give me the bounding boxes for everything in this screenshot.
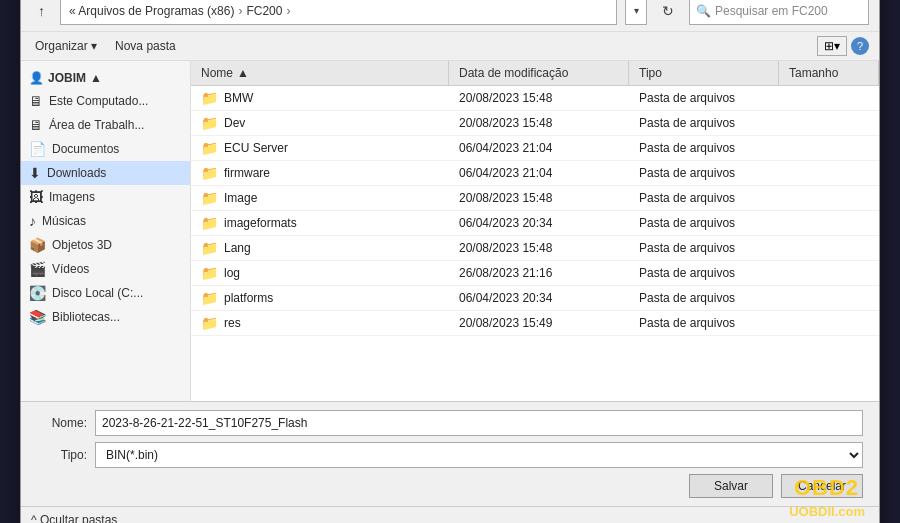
sidebar-section-label: JOBIM	[48, 71, 86, 85]
file-date-cell: 06/04/2023 20:34	[449, 286, 629, 310]
file-name-cell: 📁Image	[191, 186, 449, 210]
file-date-cell: 26/08/2023 21:16	[449, 261, 629, 285]
sidebar-item-musicas[interactable]: ♪ Músicas	[21, 209, 190, 233]
sidebar-section-jobim[interactable]: 👤 JOBIM ▲	[21, 67, 190, 89]
file-date-cell: 20/08/2023 15:48	[449, 86, 629, 110]
folder-icon: 📁	[201, 115, 218, 131]
breadcrumb-sep1: ›	[238, 4, 242, 18]
hide-folders-row[interactable]: ^ Ocultar pastas	[21, 506, 879, 524]
file-type-cell: Pasta de arquivos	[629, 261, 779, 285]
file-type-cell: Pasta de arquivos	[629, 86, 779, 110]
folder-icon: 📁	[201, 240, 218, 256]
file-size-cell	[779, 286, 879, 310]
sidebar-section-icon: 👤	[29, 71, 44, 85]
file-name-cell: 📁platforms	[191, 286, 449, 310]
sidebar-item-label: Disco Local (C:...	[52, 286, 143, 300]
sidebar-item-videos[interactable]: 🎬 Vídeos	[21, 257, 190, 281]
table-row[interactable]: 📁res 20/08/2023 15:49 Pasta de arquivos	[191, 311, 879, 336]
table-row[interactable]: 📁Image 20/08/2023 15:48 Pasta de arquivo…	[191, 186, 879, 211]
save-button[interactable]: Salvar	[689, 474, 773, 498]
file-size-cell	[779, 161, 879, 185]
breadcrumb-sep2: ›	[286, 4, 290, 18]
file-date-cell: 06/04/2023 21:04	[449, 161, 629, 185]
nome-input[interactable]	[95, 410, 863, 436]
sidebar-section-arrow: ▲	[90, 71, 102, 85]
file-name-cell: 📁res	[191, 311, 449, 335]
tipo-select[interactable]: BIN(*.bin)	[95, 442, 863, 468]
sidebar-item-label: Área de Trabalh...	[49, 118, 144, 132]
view-toggle-button[interactable]: ⊞▾	[817, 36, 847, 56]
table-row[interactable]: 📁Lang 20/08/2023 15:48 Pasta de arquivos	[191, 236, 879, 261]
sidebar-item-area-trabalho[interactable]: 🖥 Área de Trabalh...	[21, 113, 190, 137]
table-row[interactable]: 📁firmware 06/04/2023 21:04 Pasta de arqu…	[191, 161, 879, 186]
col-header-tipo[interactable]: Tipo	[629, 61, 779, 85]
file-size-cell	[779, 136, 879, 160]
search-bar[interactable]: 🔍 Pesquisar em FC200	[689, 0, 869, 25]
sidebar-item-imagens[interactable]: 🖼 Imagens	[21, 185, 190, 209]
tipo-row: Tipo: BIN(*.bin)	[37, 442, 863, 468]
file-type-cell: Pasta de arquivos	[629, 311, 779, 335]
sidebar: 👤 JOBIM ▲ 🖥 Este Computado... 🖥 Área de …	[21, 61, 191, 401]
breadcrumb-part2: FC200	[246, 4, 282, 18]
sidebar-item-bibliotecas[interactable]: 📚 Bibliotecas...	[21, 305, 190, 329]
file-size-cell	[779, 186, 879, 210]
file-type-cell: Pasta de arquivos	[629, 136, 779, 160]
file-date-cell: 20/08/2023 15:48	[449, 186, 629, 210]
table-row[interactable]: 📁imageformats 06/04/2023 20:34 Pasta de …	[191, 211, 879, 236]
folder-icon: 📁	[201, 90, 218, 106]
sidebar-item-downloads[interactable]: ⬇ Downloads	[21, 161, 190, 185]
folder-icon: 📁	[201, 215, 218, 231]
folder-icon: 📁	[201, 190, 218, 206]
table-row[interactable]: 📁BMW 20/08/2023 15:48 Pasta de arquivos	[191, 86, 879, 111]
file-date-cell: 20/08/2023 15:49	[449, 311, 629, 335]
videos-icon: 🎬	[29, 261, 46, 277]
address-toolbar: ↑ « Arquivos de Programas (x86) › FC200 …	[21, 0, 879, 32]
breadcrumb-dropdown[interactable]: ▾	[625, 0, 647, 25]
file-list: Nome ▲ Data de modificação Tipo Tamanho …	[191, 61, 879, 401]
folder-icon: 📁	[201, 165, 218, 181]
new-folder-button[interactable]: Nova pasta	[111, 37, 180, 55]
sidebar-item-objetos3d[interactable]: 📦 Objetos 3D	[21, 233, 190, 257]
refresh-button[interactable]: ↻	[655, 0, 681, 22]
breadcrumb[interactable]: « Arquivos de Programas (x86) › FC200 ›	[60, 0, 617, 25]
breadcrumb-part1: « Arquivos de Programas (x86)	[69, 4, 234, 18]
sidebar-item-documentos[interactable]: 📄 Documentos	[21, 137, 190, 161]
sidebar-item-disco-local[interactable]: 💽 Disco Local (C:...	[21, 281, 190, 305]
hide-folders-label: ^ Ocultar pastas	[31, 513, 117, 524]
cancel-button[interactable]: Cancelar	[781, 474, 863, 498]
sidebar-item-label: Este Computado...	[49, 94, 148, 108]
sidebar-item-label: Downloads	[47, 166, 106, 180]
disk-icon: 💽	[29, 285, 46, 301]
computer-icon: 🖥	[29, 93, 43, 109]
table-row[interactable]: 📁log 26/08/2023 21:16 Pasta de arquivos	[191, 261, 879, 286]
file-date-cell: 20/08/2023 15:48	[449, 236, 629, 260]
help-button[interactable]: ?	[851, 37, 869, 55]
file-size-cell	[779, 311, 879, 335]
up-button[interactable]: ↑	[31, 0, 52, 22]
table-row[interactable]: 📁ECU Server 06/04/2023 21:04 Pasta de ar…	[191, 136, 879, 161]
sidebar-item-label: Imagens	[49, 190, 95, 204]
file-name-cell: 📁Dev	[191, 111, 449, 135]
search-icon: 🔍	[696, 4, 711, 18]
file-name-cell: 📁ECU Server	[191, 136, 449, 160]
objects3d-icon: 📦	[29, 237, 46, 253]
downloads-icon: ⬇	[29, 165, 41, 181]
table-row[interactable]: 📁platforms 06/04/2023 20:34 Pasta de arq…	[191, 286, 879, 311]
sidebar-item-computador[interactable]: 🖥 Este Computado...	[21, 89, 190, 113]
folder-icon: 📁	[201, 290, 218, 306]
sidebar-item-label: Bibliotecas...	[52, 310, 120, 324]
file-size-cell	[779, 86, 879, 110]
view-options: ⊞▾ ?	[817, 36, 869, 56]
table-row[interactable]: 📁Dev 20/08/2023 15:48 Pasta de arquivos	[191, 111, 879, 136]
nome-label: Nome:	[37, 416, 87, 430]
col-header-nome[interactable]: Nome ▲	[191, 61, 449, 85]
folder-icon: 📁	[201, 265, 218, 281]
file-name-cell: 📁BMW	[191, 86, 449, 110]
sidebar-item-label: Documentos	[52, 142, 119, 156]
col-header-data[interactable]: Data de modificação	[449, 61, 629, 85]
file-size-cell	[779, 261, 879, 285]
file-date-cell: 06/04/2023 21:04	[449, 136, 629, 160]
toolbar2: Organizar ▾ Nova pasta ⊞▾ ?	[21, 32, 879, 61]
col-header-tamanho[interactable]: Tamanho	[779, 61, 879, 85]
organize-button[interactable]: Organizar ▾	[31, 37, 101, 55]
